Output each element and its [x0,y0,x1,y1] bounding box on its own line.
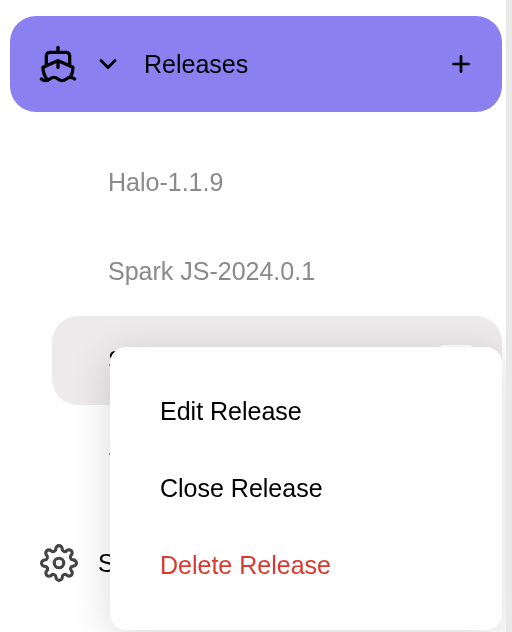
delete-release-menu-item[interactable]: Delete Release [110,527,502,604]
close-release-menu-item[interactable]: Close Release [110,450,502,527]
context-menu: Edit Release Close Release Delete Releas… [110,347,502,630]
chevron-down-icon [94,50,122,78]
release-item[interactable]: Halo-1.1.9 [10,138,502,227]
ship-icon [38,44,78,84]
release-item-label: Halo-1.1.9 [108,168,223,196]
edit-release-menu-item[interactable]: Edit Release [110,373,502,450]
releases-header-title: Releases [144,50,248,79]
menu-item-label: Close Release [160,474,323,502]
releases-header[interactable]: Releases [10,16,502,112]
menu-item-label: Edit Release [160,397,302,425]
menu-item-label: Delete Release [160,551,331,579]
svg-point-5 [54,558,64,568]
release-item-label: Spark JS-2024.0.1 [108,257,315,285]
add-release-button[interactable] [448,51,474,77]
gear-icon [40,544,78,582]
release-item[interactable]: Spark JS-2024.0.1 [10,227,502,316]
right-border [506,0,512,632]
